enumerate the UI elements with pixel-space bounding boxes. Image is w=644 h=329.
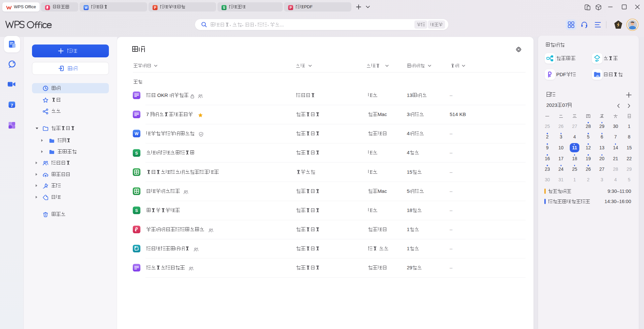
svg-text:S: S	[223, 6, 225, 10]
svg-text:P: P	[154, 6, 156, 10]
svg-text:7: 7	[11, 103, 13, 108]
svg-text:W: W	[135, 132, 139, 136]
svg-text:S: S	[135, 208, 138, 213]
svg-text:W: W	[84, 6, 88, 10]
svg-text:P: P	[290, 6, 292, 10]
svg-text:S: S	[135, 151, 138, 156]
